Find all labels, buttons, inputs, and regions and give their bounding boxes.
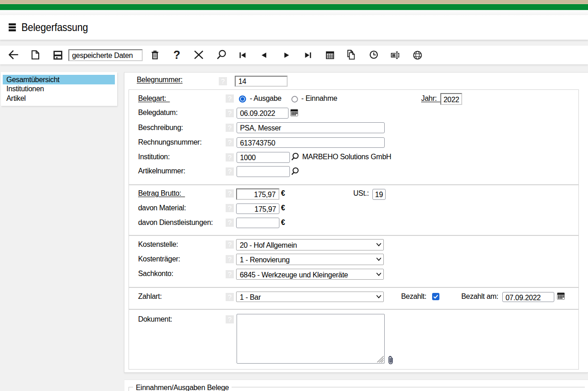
svg-text:?: ? xyxy=(173,50,180,61)
